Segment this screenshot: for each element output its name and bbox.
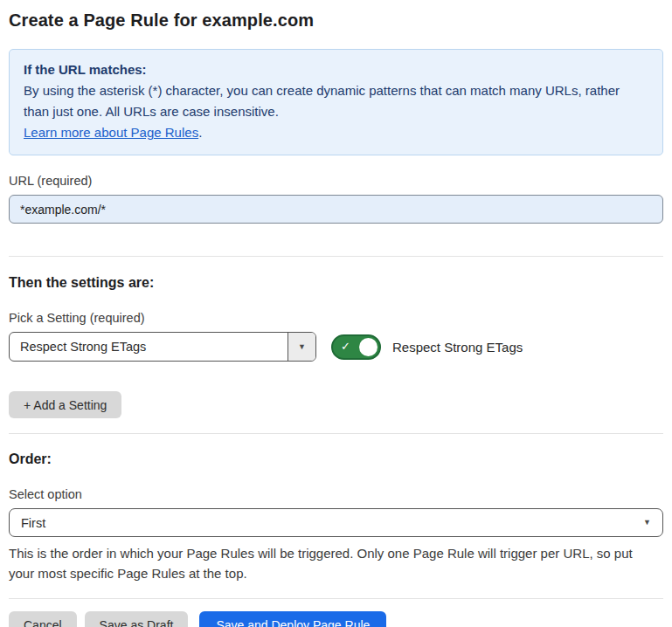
learn-more-link[interactable]: Learn more about Page Rules: [24, 125, 198, 140]
order-select[interactable]: First ▼: [9, 508, 663, 537]
cancel-button[interactable]: Cancel: [9, 611, 77, 627]
order-heading: Order:: [9, 451, 663, 467]
select-option-label: Select option: [9, 487, 663, 501]
divider: [9, 433, 663, 434]
save-draft-button[interactable]: Save as Draft: [85, 611, 189, 627]
page-rule-form: Create a Page Rule for example.com If th…: [9, 10, 663, 627]
toggle-knob: [359, 338, 378, 356]
setting-row: Respect Strong ETags ▼ ✓ Respect Strong …: [9, 332, 663, 362]
info-box-heading: If the URL matches:: [24, 59, 648, 80]
url-input[interactable]: [9, 195, 663, 224]
url-label: URL (required): [9, 174, 663, 188]
order-help-text: This is the order in which your Page Rul…: [9, 543, 660, 583]
page-title: Create a Page Rule for example.com: [9, 10, 663, 31]
chevron-down-icon: ▼: [643, 519, 651, 527]
pick-setting-label: Pick a Setting (required): [9, 311, 663, 325]
chevron-down-icon: ▼: [298, 343, 306, 351]
order-select-value: First: [21, 516, 45, 530]
url-match-info-box: If the URL matches: By using the asteris…: [9, 49, 663, 155]
settings-heading: Then the settings are:: [9, 275, 663, 291]
save-deploy-button[interactable]: Save and Deploy Page Rule: [199, 611, 386, 627]
divider: [9, 256, 663, 257]
setting-select[interactable]: Respect Strong ETags ▼: [9, 332, 316, 362]
add-setting-button[interactable]: + Add a Setting: [9, 391, 121, 418]
toggle-label: Respect Strong ETags: [392, 340, 523, 355]
etags-toggle[interactable]: ✓: [331, 334, 381, 360]
link-period: .: [198, 125, 202, 140]
info-box-link-line: Learn more about Page Rules.: [24, 122, 648, 143]
setting-select-value: Respect Strong ETags: [10, 333, 288, 361]
info-box-body: By using the asterisk (*) character, you…: [24, 80, 648, 122]
check-icon: ✓: [341, 341, 350, 352]
footer-actions: Cancel Save as Draft Save and Deploy Pag…: [9, 611, 663, 627]
setting-select-arrow-button[interactable]: ▼: [288, 333, 315, 361]
divider: [9, 598, 663, 599]
